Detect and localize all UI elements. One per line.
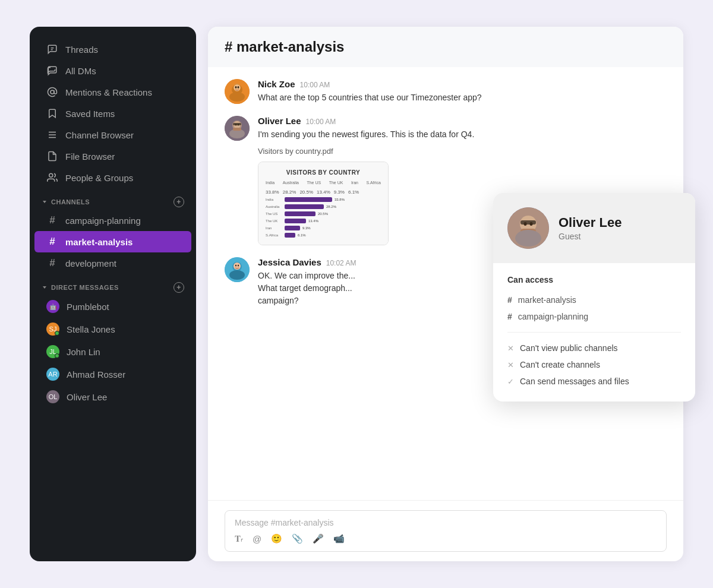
channel-label: campaign-planning bbox=[65, 216, 141, 226]
svg-point-27 bbox=[235, 265, 236, 267]
dm-label: Pumblebot bbox=[67, 302, 109, 312]
dm-label: John Lin bbox=[67, 347, 100, 357]
profile-popup: Oliver Lee Guest Can access # market-ana… bbox=[493, 193, 695, 402]
dm-avatar: 🤖 bbox=[46, 300, 59, 313]
mention-icon[interactable]: @ bbox=[253, 534, 261, 544]
sidebar-dm-john[interactable]: JL John Lin bbox=[34, 340, 191, 363]
sidebar-dm-oliver[interactable]: OL Oliver Lee bbox=[34, 385, 191, 408]
people-icon bbox=[46, 172, 58, 184]
emoji-icon[interactable]: 🙂 bbox=[271, 533, 282, 544]
channel-name: market-analysis bbox=[518, 295, 576, 305]
permission-text: Can send messages and files bbox=[520, 377, 629, 386]
message-author: Oliver Lee bbox=[258, 116, 301, 126]
chat-header: # market-analysis bbox=[208, 27, 683, 67]
svg-marker-8 bbox=[43, 286, 46, 289]
svg-point-28 bbox=[238, 265, 239, 267]
video-icon[interactable]: 📹 bbox=[333, 533, 345, 544]
sidebar-item-people[interactable]: People & Groups bbox=[34, 167, 191, 188]
sidebar-item-development[interactable]: # development bbox=[34, 252, 191, 274]
audio-icon[interactable]: 🎤 bbox=[313, 533, 324, 544]
sidebar-item-label: Channel Browser bbox=[65, 130, 134, 140]
saved-icon bbox=[46, 108, 58, 119]
attachment-percentages: 33.8%28.2%20.5%13.4%9.3%6.1% bbox=[266, 189, 381, 195]
attachment-columns: IndiaAustraliaThe USThe UKIranS.Africa bbox=[266, 181, 381, 185]
message-row: Nick Zoe 10:00 AM What are the top 5 cou… bbox=[225, 79, 667, 104]
bar bbox=[285, 226, 300, 230]
file-browser-icon bbox=[46, 150, 58, 162]
hash-icon: # bbox=[46, 257, 58, 269]
sidebar-item-label: All DMs bbox=[65, 66, 96, 76]
svg-point-6 bbox=[49, 173, 53, 177]
dm-avatar: OL bbox=[46, 390, 59, 403]
add-channel-button[interactable]: + bbox=[173, 197, 184, 207]
profile-channel-item: # campaign-planning bbox=[507, 308, 681, 325]
dm-label: Ahmad Rosser bbox=[67, 369, 125, 380]
message-time: 10:00 AM bbox=[300, 81, 330, 89]
avatar bbox=[225, 79, 250, 104]
sidebar-item-label: People & Groups bbox=[65, 173, 133, 183]
bar-row: Australia 28.2% bbox=[266, 204, 381, 209]
dm-label: Oliver Lee bbox=[67, 392, 107, 402]
can-access-label: Can access bbox=[507, 275, 681, 284]
sidebar-item-label: Threads bbox=[65, 45, 98, 55]
svg-rect-20 bbox=[233, 123, 241, 125]
sidebar-item-market-analysis[interactable]: # market-analysis bbox=[34, 231, 191, 252]
profile-name: Oliver Lee bbox=[559, 215, 621, 230]
channel-title: # market-analysis bbox=[225, 39, 667, 55]
message-input-box[interactable]: Message #market-analysis 𝐓ᵣ @ 🙂 📎 🎤 📹 bbox=[225, 510, 667, 552]
permission-item: ✕ Can't view public channels bbox=[507, 340, 681, 356]
message-input-placeholder: Message #market-analysis bbox=[235, 518, 657, 527]
hash-icon: # bbox=[46, 214, 58, 226]
sidebar-item-label: Mentions & Reactions bbox=[65, 87, 152, 97]
svg-point-14 bbox=[235, 86, 237, 88]
bar-row: The US 20.5% bbox=[266, 211, 381, 216]
permission-item: ✕ Can't create channels bbox=[507, 356, 681, 373]
permission-text: Can't create channels bbox=[520, 360, 600, 369]
attach-icon[interactable]: 📎 bbox=[292, 533, 303, 544]
svg-rect-23 bbox=[233, 128, 241, 131]
sidebar-item-channel-browser[interactable]: Channel Browser bbox=[34, 124, 191, 146]
sidebar-item-campaign-planning[interactable]: # campaign-planning bbox=[34, 210, 191, 231]
attachment-title: VISITORS BY COUNTRY bbox=[266, 169, 381, 176]
dm-avatar: SJ bbox=[46, 323, 59, 336]
channel-browser-icon bbox=[46, 129, 58, 141]
message-header: Nick Zoe 10:00 AM bbox=[258, 79, 667, 89]
profile-role: Guest bbox=[559, 232, 621, 241]
sidebar-item-all-dms[interactable]: All DMs bbox=[34, 60, 191, 81]
x-icon: ✕ bbox=[507, 361, 514, 369]
sidebar-item-label: Saved Items bbox=[65, 109, 115, 119]
threads-icon bbox=[46, 43, 58, 55]
svg-rect-32 bbox=[520, 220, 536, 225]
sidebar-item-saved[interactable]: Saved Items bbox=[34, 103, 191, 124]
svg-point-36 bbox=[515, 230, 541, 246]
sidebar-item-mentions[interactable]: Mentions & Reactions bbox=[34, 81, 191, 103]
svg-point-12 bbox=[229, 92, 245, 102]
sidebar-item-label: File Browser bbox=[65, 151, 115, 162]
hash-icon: # bbox=[507, 295, 512, 305]
text-format-icon[interactable]: 𝐓ᵣ bbox=[235, 533, 243, 544]
svg-point-33 bbox=[524, 222, 527, 226]
add-dm-button[interactable]: + bbox=[173, 282, 184, 293]
hash-icon-active: # bbox=[46, 236, 58, 248]
sidebar-dm-pumblebot[interactable]: 🤖 Pumblebot bbox=[34, 295, 191, 318]
svg-point-22 bbox=[238, 124, 239, 126]
sidebar-dm-stella[interactable]: SJ Stella Jones bbox=[34, 318, 191, 340]
bar bbox=[285, 197, 332, 202]
attachment-bars: India 33.8% Australia 28.2% bbox=[266, 197, 381, 238]
sidebar-dm-ahmad[interactable]: AR Ahmad Rosser bbox=[34, 363, 191, 385]
svg-point-15 bbox=[238, 86, 239, 88]
avatar bbox=[225, 116, 250, 141]
channel-name: campaign-planning bbox=[518, 312, 588, 321]
channels-section: CHANNELS + bbox=[30, 188, 196, 210]
attachment-preview[interactable]: VISITORS BY COUNTRY IndiaAustraliaThe US… bbox=[258, 162, 389, 245]
bar-row: Iran 9.3% bbox=[266, 226, 381, 230]
hash-icon: # bbox=[507, 312, 512, 321]
svg-point-2 bbox=[51, 90, 54, 94]
bar bbox=[285, 204, 324, 209]
sidebar-item-file-browser[interactable]: File Browser bbox=[34, 146, 191, 167]
bar-row: India 33.8% bbox=[266, 197, 381, 202]
message-text: I'm sending you the newest figures. This… bbox=[258, 128, 667, 141]
bar bbox=[285, 219, 306, 223]
sidebar-item-threads[interactable]: Threads bbox=[34, 39, 191, 60]
svg-point-34 bbox=[530, 222, 533, 226]
